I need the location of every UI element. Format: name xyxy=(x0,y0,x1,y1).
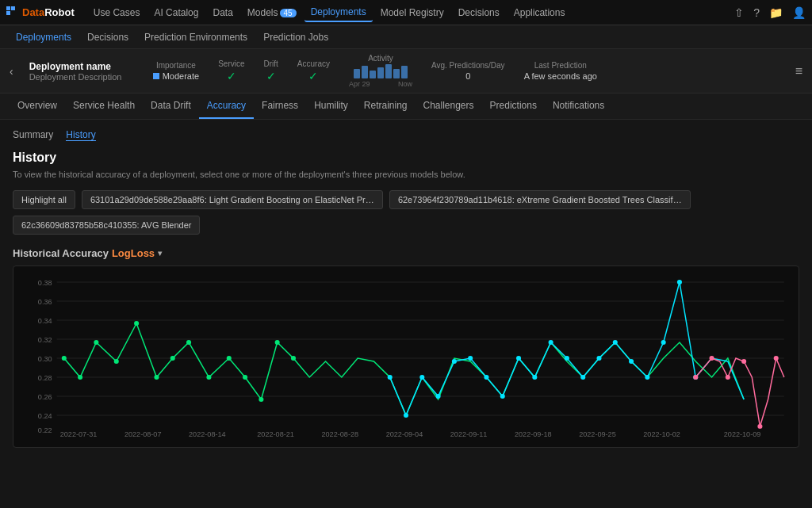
service-status: ✓ xyxy=(227,70,236,82)
service-metric: Service ✓ xyxy=(218,59,244,82)
svg-point-45 xyxy=(388,375,393,380)
svg-point-35 xyxy=(134,321,139,326)
svg-text:0.28: 0.28 xyxy=(38,374,52,382)
logo-icon xyxy=(6,6,19,19)
section-tabs: Summary History xyxy=(13,129,799,141)
drift-metric: Drift ✓ xyxy=(264,59,278,82)
svg-point-37 xyxy=(170,356,175,361)
user-icon[interactable]: 👤 xyxy=(792,6,806,19)
importance-value: Moderate xyxy=(163,71,199,81)
back-button[interactable]: ‹ xyxy=(10,65,13,78)
svg-point-31 xyxy=(62,356,67,361)
svg-rect-0 xyxy=(6,6,10,10)
svg-point-58 xyxy=(596,356,601,361)
svg-text:2022-10-02: 2022-10-02 xyxy=(643,430,680,438)
chart-container: 0.38 0.36 0.34 0.32 0.30 0.28 0.26 0.24 … xyxy=(13,265,799,448)
tab-retraining[interactable]: Retraining xyxy=(356,94,416,119)
subnav-prediction-jobs[interactable]: Prediction Jobs xyxy=(257,29,335,46)
svg-text:2022-09-04: 2022-09-04 xyxy=(386,430,423,438)
svg-point-63 xyxy=(677,280,682,285)
importance-metric: Importance Moderate xyxy=(153,61,199,81)
nav-ai-catalog[interactable]: AI Catalog xyxy=(147,4,205,21)
folder-icon[interactable]: 📁 xyxy=(769,6,783,19)
accuracy-tabs: Overview Service Health Data Drift Accur… xyxy=(0,94,812,120)
activity-bars xyxy=(354,64,408,78)
svg-point-43 xyxy=(275,340,280,345)
svg-point-66 xyxy=(709,356,714,361)
act-bar-1 xyxy=(354,69,360,78)
subnav-decisions[interactable]: Decisions xyxy=(81,29,135,46)
svg-text:0.34: 0.34 xyxy=(38,317,52,325)
tab-challengers[interactable]: Challengers xyxy=(416,94,482,119)
tab-service-health[interactable]: Service Health xyxy=(65,94,143,119)
logo-text: DataRobot xyxy=(22,6,75,18)
act-bar-6 xyxy=(393,69,400,78)
svg-point-68 xyxy=(741,359,746,364)
deployment-info: Deployment name Deployment Description xyxy=(29,61,140,82)
avg-predictions-value: 0 xyxy=(465,71,470,81)
tab-fairness[interactable]: Fairness xyxy=(254,94,306,119)
svg-point-46 xyxy=(404,413,408,418)
svg-text:0.30: 0.30 xyxy=(38,355,52,363)
nav-applications[interactable]: Applications xyxy=(508,4,572,21)
deployment-menu-button[interactable]: ≡ xyxy=(795,64,802,78)
svg-point-65 xyxy=(693,375,698,380)
svg-text:2022-08-21: 2022-08-21 xyxy=(257,430,294,438)
top-nav-icons: ⇧ ? 📁 👤 xyxy=(734,6,806,19)
svg-point-55 xyxy=(549,340,553,345)
nav-data[interactable]: Data xyxy=(206,4,239,21)
svg-text:0.26: 0.26 xyxy=(38,393,52,401)
highlight-all-button[interactable]: Highlight all xyxy=(13,190,75,209)
tab-humility[interactable]: Humility xyxy=(306,94,356,119)
svg-text:0.38: 0.38 xyxy=(38,279,52,287)
tab-overview[interactable]: Overview xyxy=(10,94,65,119)
help-icon[interactable]: ? xyxy=(753,6,760,19)
svg-rect-2 xyxy=(6,11,10,15)
history-title: History xyxy=(13,151,799,165)
svg-rect-1 xyxy=(11,6,15,10)
svg-point-70 xyxy=(774,356,779,361)
nav-deployments[interactable]: Deployments xyxy=(304,3,373,22)
top-nav-links: Use Cases AI Catalog Data Models45 Deplo… xyxy=(87,3,734,22)
section-tab-history[interactable]: History xyxy=(66,129,95,141)
importance-indicator xyxy=(153,73,159,79)
model-button-2[interactable]: 62e73964f230789ad11b4618: eXtreme Gradie… xyxy=(389,190,691,209)
chart-dropdown-arrow[interactable]: ▾ xyxy=(158,249,162,258)
model-button-3[interactable]: 62c36609d83785b58c410355: AVG Blender xyxy=(13,216,200,235)
svg-point-62 xyxy=(661,340,666,345)
svg-text:2022-10-09: 2022-10-09 xyxy=(724,430,761,438)
svg-text:2022-09-25: 2022-09-25 xyxy=(579,430,616,438)
svg-point-48 xyxy=(436,394,441,399)
svg-point-32 xyxy=(78,375,82,380)
svg-text:2022-09-11: 2022-09-11 xyxy=(450,430,488,438)
tab-predictions[interactable]: Predictions xyxy=(482,94,545,119)
last-prediction-metric: Last Prediction A few seconds ago xyxy=(524,61,597,81)
main-content: Summary History History To view the hist… xyxy=(0,120,812,508)
svg-point-57 xyxy=(580,375,585,380)
models-badge: 45 xyxy=(280,9,297,17)
svg-point-42 xyxy=(259,397,263,402)
nav-models[interactable]: Models45 xyxy=(241,4,303,21)
subnav-prediction-environments[interactable]: Prediction Environments xyxy=(138,29,254,46)
tab-accuracy[interactable]: Accuracy xyxy=(199,94,254,119)
section-tab-summary[interactable]: Summary xyxy=(13,129,53,141)
act-bar-4 xyxy=(377,67,384,78)
nav-use-cases[interactable]: Use Cases xyxy=(87,4,147,21)
act-bar-3 xyxy=(370,71,376,78)
subnav-deployments[interactable]: Deployments xyxy=(10,29,78,46)
deployment-header: ‹ Deployment name Deployment Description… xyxy=(0,49,812,94)
deployment-description: Deployment Description xyxy=(29,72,140,82)
svg-point-49 xyxy=(452,359,457,364)
history-description: To view the historical accuracy of a dep… xyxy=(13,170,799,179)
svg-text:0.22: 0.22 xyxy=(38,426,52,434)
drift-status: ✓ xyxy=(266,70,276,82)
tab-notifications[interactable]: Notifications xyxy=(545,94,612,119)
svg-point-51 xyxy=(484,375,488,380)
tab-data-drift[interactable]: Data Drift xyxy=(143,94,199,119)
model-button-1[interactable]: 63101a29d09de588e29aa8f6: Light Gradient… xyxy=(82,190,383,209)
share-icon[interactable]: ⇧ xyxy=(734,6,744,19)
nav-model-registry[interactable]: Model Registry xyxy=(374,4,450,21)
top-navigation: DataRobot Use Cases AI Catalog Data Mode… xyxy=(0,0,812,25)
svg-point-40 xyxy=(227,356,232,361)
nav-decisions[interactable]: Decisions xyxy=(452,4,506,21)
